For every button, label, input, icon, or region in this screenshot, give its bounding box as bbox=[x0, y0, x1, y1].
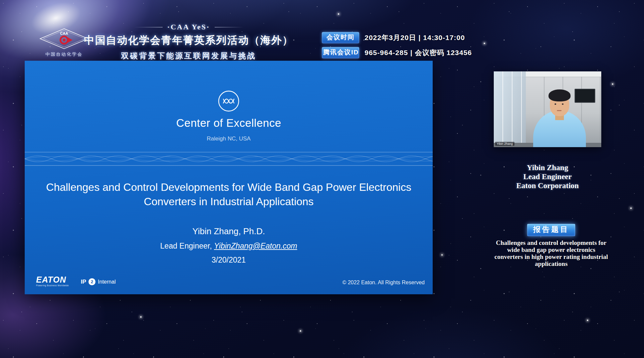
presenter-name: Yibin Zhang bbox=[490, 163, 605, 172]
video-name-overlay: Yibin Zhang bbox=[495, 142, 514, 146]
series-label: ·CAA YeS· bbox=[167, 23, 210, 31]
wave-divider bbox=[25, 150, 433, 167]
office-glass-wall bbox=[494, 71, 526, 147]
bright-star bbox=[630, 208, 632, 209]
meeting-info: 会议时间 2022年3月20日 | 14:30-17:00 腾讯会议ID 965… bbox=[322, 32, 472, 62]
event-title-block: ·CAA YeS· 中国自动化学会青年菁英系列活动（海外） 双碳背景下能源互联网… bbox=[62, 23, 315, 61]
slide-title-line-1: Challenges and Control Developments for … bbox=[25, 180, 433, 195]
meeting-id-value: 965-964-285 | 会议密码 123456 bbox=[365, 48, 472, 57]
wall-tv-screen bbox=[575, 89, 595, 103]
slide-org-title: Center of Excellence bbox=[25, 117, 433, 129]
event-title: 中国自动化学会青年菁英系列活动（海外） bbox=[62, 33, 315, 47]
classification-prefix: IP bbox=[81, 279, 86, 285]
report-title-line-2: wide band gap power electronics bbox=[482, 246, 620, 253]
classification-mark: IP 2 Internal bbox=[81, 278, 116, 285]
webinar-screenshot: CAA 中国自动化学会 ·CAA YeS· 中国自动化学会青年菁英系列活动（海外… bbox=[0, 0, 644, 358]
eaton-tagline: Powering Business Worldwide bbox=[36, 285, 69, 287]
eaton-logo: EATON Powering Business Worldwide bbox=[36, 276, 69, 287]
presenter-video-feed[interactable]: Yibin Zhang bbox=[494, 71, 601, 147]
presenter-right-eye bbox=[562, 103, 564, 105]
bright-star bbox=[441, 254, 443, 256]
slide-role-line: Lead Engineer, YibinZhang@Eaton.com bbox=[25, 242, 433, 251]
presenter-left-eye bbox=[555, 103, 556, 105]
bright-star bbox=[612, 83, 613, 85]
presenter-role: Lead Engineer bbox=[490, 172, 605, 181]
presenter-org: Eaton Corporation bbox=[490, 181, 605, 190]
bright-star bbox=[300, 330, 301, 332]
slide-org-location: Raleigh NC, USA bbox=[25, 135, 433, 142]
meeting-time-row: 会议时间 2022年3月20日 | 14:30-17:00 bbox=[322, 32, 472, 43]
classification-label: Internal bbox=[98, 279, 116, 285]
report-title-line-1: Challenges and control developments for bbox=[482, 239, 620, 246]
presenter-hair bbox=[549, 89, 571, 101]
presenter-mouth bbox=[557, 110, 562, 111]
meeting-id-badge: 腾讯会议ID bbox=[322, 47, 359, 58]
meeting-time-value: 2022年3月20日 | 14:30-17:00 bbox=[365, 33, 465, 42]
slide-role-prefix: Lead Engineer, bbox=[160, 242, 214, 250]
slide-date: 3/20/2021 bbox=[25, 256, 433, 265]
decorative-line-left bbox=[134, 27, 163, 27]
report-title-line-4: applications bbox=[482, 260, 620, 267]
report-title: Challenges and control developments for … bbox=[482, 239, 620, 267]
report-title-badge: 报告题目 bbox=[527, 224, 575, 236]
bright-star bbox=[140, 316, 142, 318]
glass-reflection-lines bbox=[494, 71, 526, 147]
author-email-link[interactable]: YibinZhang@Eaton.com bbox=[214, 242, 297, 250]
decorative-line-right bbox=[215, 27, 243, 27]
presenter-identity-block: Yibin Zhang Lead Engineer Eaton Corporat… bbox=[490, 163, 605, 190]
presentation-slide: Center of Excellence Raleigh NC, USA Cha… bbox=[25, 61, 433, 294]
slide-title: Challenges and Control Developments for … bbox=[25, 180, 433, 209]
classification-level-icon: 2 bbox=[88, 278, 95, 285]
slide-title-line-2: Converters in Industrial Applications bbox=[25, 195, 433, 209]
meeting-time-badge: 会议时间 bbox=[322, 32, 359, 43]
eaton-wordmark: EATON bbox=[36, 276, 69, 284]
event-subtitle: 双碳背景下能源互联网发展与挑战 bbox=[62, 51, 315, 61]
bright-star bbox=[484, 43, 485, 44]
series-row: ·CAA YeS· bbox=[62, 23, 315, 31]
bright-star bbox=[587, 320, 588, 321]
report-title-line-3: converters in high power rating industri… bbox=[482, 253, 620, 260]
coe-wave-logo-icon bbox=[218, 90, 240, 113]
meeting-id-row: 腾讯会议ID 965-964-285 | 会议密码 123456 bbox=[322, 47, 472, 58]
slide-author: Yibin Zhang, Ph.D. bbox=[25, 226, 433, 237]
copyright-notice: © 2022 Eaton. All Rights Reserved bbox=[342, 280, 425, 286]
bright-star bbox=[338, 13, 339, 15]
